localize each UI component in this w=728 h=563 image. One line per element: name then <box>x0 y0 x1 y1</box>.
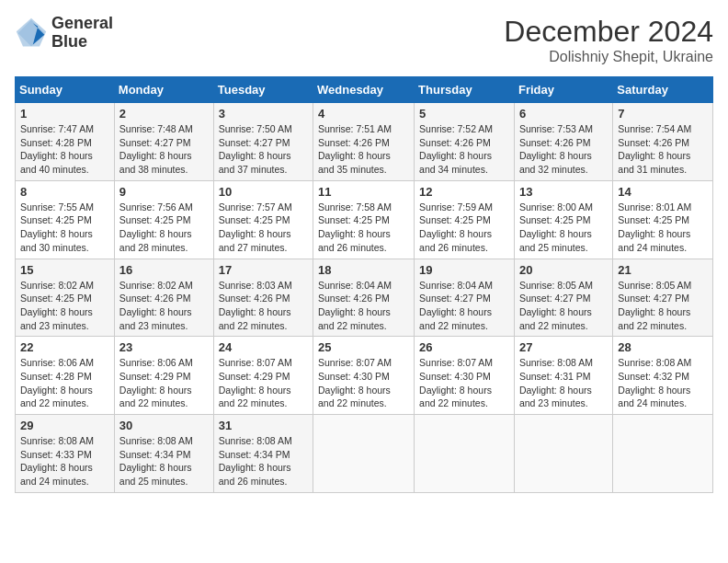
day-number: 27 <box>519 340 608 354</box>
day-info: Sunrise: 8:08 AMSunset: 4:34 PMDaylight:… <box>219 434 308 488</box>
day-number: 1 <box>20 107 109 121</box>
title-area: December 2024 Dolishniy Shepit, Ukraine <box>504 15 713 65</box>
calendar-cell: 26Sunrise: 8:07 AMSunset: 4:30 PMDayligh… <box>415 337 515 415</box>
day-number: 11 <box>318 185 409 199</box>
calendar-cell: 9Sunrise: 7:56 AMSunset: 4:25 PMDaylight… <box>114 180 213 259</box>
calendar-cell: 20Sunrise: 8:05 AMSunset: 4:27 PMDayligh… <box>514 259 612 337</box>
day-number: 2 <box>119 107 209 121</box>
calendar-cell <box>415 415 515 493</box>
day-number: 7 <box>618 107 708 121</box>
day-info: Sunrise: 8:08 AMSunset: 4:31 PMDaylight:… <box>519 356 608 410</box>
day-number: 17 <box>219 263 308 277</box>
day-info: Sunrise: 7:47 AMSunset: 4:28 PMDaylight:… <box>20 122 109 177</box>
calendar-cell: 21Sunrise: 8:05 AMSunset: 4:27 PMDayligh… <box>613 259 713 337</box>
calendar-cell: 25Sunrise: 8:07 AMSunset: 4:30 PMDayligh… <box>313 337 415 415</box>
col-header-wednesday: Wednesday <box>313 77 415 103</box>
day-number: 12 <box>419 185 509 199</box>
day-number: 3 <box>219 107 308 121</box>
day-number: 21 <box>618 263 708 277</box>
calendar-cell: 23Sunrise: 8:06 AMSunset: 4:29 PMDayligh… <box>114 337 213 415</box>
day-number: 19 <box>419 263 509 277</box>
day-info: Sunrise: 7:52 AMSunset: 4:26 PMDaylight:… <box>419 122 509 177</box>
day-number: 30 <box>119 419 209 432</box>
day-info: Sunrise: 8:08 AMSunset: 4:34 PMDaylight:… <box>119 434 209 488</box>
calendar-cell: 5Sunrise: 7:52 AMSunset: 4:26 PMDaylight… <box>415 103 515 181</box>
calendar-week-row: 29Sunrise: 8:08 AMSunset: 4:33 PMDayligh… <box>16 415 713 493</box>
day-number: 22 <box>20 340 109 354</box>
col-header-monday: Monday <box>114 77 213 103</box>
calendar-cell: 17Sunrise: 8:03 AMSunset: 4:26 PMDayligh… <box>213 259 313 337</box>
calendar-cell: 3Sunrise: 7:50 AMSunset: 4:27 PMDaylight… <box>213 103 313 181</box>
calendar-header-row: SundayMondayTuesdayWednesdayThursdayFrid… <box>16 77 713 103</box>
calendar-cell: 6Sunrise: 7:53 AMSunset: 4:26 PMDaylight… <box>514 103 612 181</box>
day-info: Sunrise: 8:02 AMSunset: 4:25 PMDaylight:… <box>20 279 109 333</box>
calendar-cell: 30Sunrise: 8:08 AMSunset: 4:34 PMDayligh… <box>114 415 213 493</box>
calendar-cell <box>613 415 713 493</box>
day-number: 28 <box>618 340 708 354</box>
header: General Blue December 2024 Dolishniy She… <box>15 15 713 65</box>
day-number: 26 <box>419 340 509 354</box>
day-number: 29 <box>20 419 109 432</box>
page-subtitle: Dolishniy Shepit, Ukraine <box>504 49 713 65</box>
calendar-cell: 31Sunrise: 8:08 AMSunset: 4:34 PMDayligh… <box>213 415 313 493</box>
day-info: Sunrise: 8:08 AMSunset: 4:33 PMDaylight:… <box>20 434 109 488</box>
day-number: 6 <box>519 107 608 121</box>
calendar-week-row: 22Sunrise: 8:06 AMSunset: 4:28 PMDayligh… <box>16 337 713 415</box>
day-info: Sunrise: 8:01 AMSunset: 4:25 PMDaylight:… <box>618 201 708 255</box>
calendar-cell: 29Sunrise: 8:08 AMSunset: 4:33 PMDayligh… <box>16 415 115 493</box>
calendar-cell: 11Sunrise: 7:58 AMSunset: 4:25 PMDayligh… <box>313 180 415 259</box>
logo-text: General Blue <box>51 15 113 52</box>
day-info: Sunrise: 7:56 AMSunset: 4:25 PMDaylight:… <box>119 201 209 255</box>
day-number: 16 <box>119 263 209 277</box>
day-info: Sunrise: 7:54 AMSunset: 4:26 PMDaylight:… <box>618 122 708 177</box>
logo-icon <box>15 17 48 50</box>
day-info: Sunrise: 7:48 AMSunset: 4:27 PMDaylight:… <box>119 122 209 177</box>
day-info: Sunrise: 8:06 AMSunset: 4:28 PMDaylight:… <box>20 356 109 410</box>
calendar-week-row: 1Sunrise: 7:47 AMSunset: 4:28 PMDaylight… <box>16 103 713 181</box>
day-number: 5 <box>419 107 509 121</box>
calendar-table: SundayMondayTuesdayWednesdayThursdayFrid… <box>15 76 713 493</box>
col-header-saturday: Saturday <box>613 77 713 103</box>
calendar-cell: 7Sunrise: 7:54 AMSunset: 4:26 PMDaylight… <box>613 103 713 181</box>
page-title: December 2024 <box>504 15 713 49</box>
day-info: Sunrise: 8:07 AMSunset: 4:29 PMDaylight:… <box>219 356 308 410</box>
day-info: Sunrise: 8:05 AMSunset: 4:27 PMDaylight:… <box>519 279 608 333</box>
col-header-sunday: Sunday <box>16 77 115 103</box>
calendar-cell: 15Sunrise: 8:02 AMSunset: 4:25 PMDayligh… <box>16 259 115 337</box>
day-info: Sunrise: 7:57 AMSunset: 4:25 PMDaylight:… <box>219 201 308 255</box>
day-number: 10 <box>219 185 308 199</box>
day-number: 20 <box>519 263 608 277</box>
calendar-week-row: 8Sunrise: 7:55 AMSunset: 4:25 PMDaylight… <box>16 180 713 259</box>
day-number: 13 <box>519 185 608 199</box>
day-info: Sunrise: 7:58 AMSunset: 4:25 PMDaylight:… <box>318 201 409 255</box>
day-info: Sunrise: 7:50 AMSunset: 4:27 PMDaylight:… <box>219 122 308 177</box>
calendar-cell: 14Sunrise: 8:01 AMSunset: 4:25 PMDayligh… <box>613 180 713 259</box>
day-info: Sunrise: 8:03 AMSunset: 4:26 PMDaylight:… <box>219 279 308 333</box>
day-number: 14 <box>618 185 708 199</box>
day-info: Sunrise: 8:05 AMSunset: 4:27 PMDaylight:… <box>618 279 708 333</box>
calendar-cell: 1Sunrise: 7:47 AMSunset: 4:28 PMDaylight… <box>16 103 115 181</box>
day-info: Sunrise: 7:51 AMSunset: 4:26 PMDaylight:… <box>318 122 409 177</box>
day-info: Sunrise: 8:06 AMSunset: 4:29 PMDaylight:… <box>119 356 209 410</box>
day-info: Sunrise: 8:07 AMSunset: 4:30 PMDaylight:… <box>419 356 509 410</box>
day-info: Sunrise: 8:04 AMSunset: 4:27 PMDaylight:… <box>419 279 509 333</box>
day-number: 15 <box>20 263 109 277</box>
calendar-cell: 12Sunrise: 7:59 AMSunset: 4:25 PMDayligh… <box>415 180 515 259</box>
calendar-cell: 16Sunrise: 8:02 AMSunset: 4:26 PMDayligh… <box>114 259 213 337</box>
day-number: 8 <box>20 185 109 199</box>
day-info: Sunrise: 8:07 AMSunset: 4:30 PMDaylight:… <box>318 356 409 410</box>
col-header-friday: Friday <box>514 77 612 103</box>
day-number: 18 <box>318 263 409 277</box>
day-info: Sunrise: 8:02 AMSunset: 4:26 PMDaylight:… <box>119 279 209 333</box>
calendar-cell: 28Sunrise: 8:08 AMSunset: 4:32 PMDayligh… <box>613 337 713 415</box>
calendar-cell: 2Sunrise: 7:48 AMSunset: 4:27 PMDaylight… <box>114 103 213 181</box>
calendar-cell: 24Sunrise: 8:07 AMSunset: 4:29 PMDayligh… <box>213 337 313 415</box>
day-number: 4 <box>318 107 409 121</box>
day-info: Sunrise: 8:04 AMSunset: 4:26 PMDaylight:… <box>318 279 409 333</box>
day-number: 24 <box>219 340 308 354</box>
day-info: Sunrise: 7:55 AMSunset: 4:25 PMDaylight:… <box>20 201 109 255</box>
day-number: 25 <box>318 340 409 354</box>
calendar-cell <box>313 415 415 493</box>
calendar-cell: 13Sunrise: 8:00 AMSunset: 4:25 PMDayligh… <box>514 180 612 259</box>
calendar-cell: 19Sunrise: 8:04 AMSunset: 4:27 PMDayligh… <box>415 259 515 337</box>
